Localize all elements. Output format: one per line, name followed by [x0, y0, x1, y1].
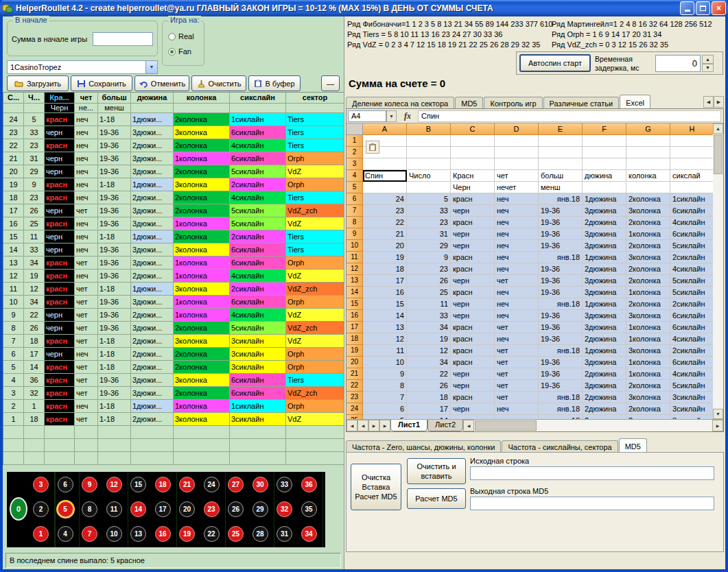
cell-c14[interactable]: красн — [451, 287, 495, 298]
row-header-2[interactable]: 2 — [347, 147, 363, 158]
name-box-dropdown[interactable]: ▼ — [386, 110, 397, 122]
cell-e18[interactable]: 19-36 — [539, 333, 583, 345]
board-number-12[interactable]: 12 — [106, 477, 122, 492]
cell-h23[interactable]: 3сиклайн — [670, 392, 713, 403]
board-number-28[interactable]: 28 — [253, 526, 268, 542]
cell-d11[interactable]: неч — [495, 252, 539, 263]
column-header-c[interactable]: C — [451, 123, 495, 135]
cell-f8[interactable]: 2дюжина — [583, 217, 626, 228]
row-header-23[interactable]: 23 — [347, 392, 363, 403]
delay-spin-up[interactable]: ▲ — [702, 55, 714, 64]
cell-a21[interactable]: 9 — [363, 368, 407, 380]
save-button[interactable]: Сохранить — [71, 75, 132, 91]
column-header-h[interactable]: H — [670, 123, 713, 135]
cell-h10[interactable]: 5сиклайн — [670, 240, 713, 252]
cell-d9[interactable]: неч — [495, 228, 539, 240]
cell-e14[interactable]: 19-36 — [539, 287, 583, 298]
cell-e23[interactable]: янв.18 — [539, 392, 583, 403]
table-row[interactable]: 245красннеч1-181дюжи...2колонка1сиклайнT… — [3, 113, 344, 126]
undo-button[interactable]: Отменить — [134, 75, 189, 91]
cell-g16[interactable]: 3колонка — [626, 310, 670, 322]
table-row[interactable]: 436краснчет19-363дюжи...3колонка6сиклайн… — [3, 374, 344, 387]
board-number-3[interactable]: 3 — [33, 477, 49, 492]
cell-b16[interactable]: 33 — [407, 310, 451, 322]
cell-b12[interactable]: 23 — [407, 263, 451, 275]
row-header-15[interactable]: 15 — [347, 298, 363, 310]
cell-h2[interactable] — [670, 147, 713, 158]
cell-d3[interactable] — [495, 158, 539, 170]
row-header-9[interactable]: 9 — [347, 228, 363, 240]
cell-d24[interactable]: неч — [495, 403, 539, 415]
cell-h19[interactable]: 2сиклайн — [670, 345, 713, 357]
board-number-18[interactable]: 18 — [155, 477, 171, 492]
cell-h21[interactable]: 4сиклайн — [670, 368, 713, 380]
board-number-35[interactable]: 35 — [301, 501, 317, 517]
cell-h16[interactable]: 6сиклайн — [670, 310, 713, 322]
board-number-29[interactable]: 29 — [253, 501, 268, 517]
horizontal-scrollbar[interactable]: ◀ ▶ — [463, 420, 723, 431]
board-number-36[interactable]: 36 — [301, 477, 317, 492]
row-header-6[interactable]: 6 — [347, 193, 363, 205]
cell-f14[interactable]: 3дюжина — [583, 287, 626, 298]
sheet-first-button[interactable]: ◀ — [347, 420, 357, 431]
row-header-1[interactable]: 1 — [347, 135, 363, 147]
cell-h1[interactable] — [670, 135, 713, 147]
cell-c24[interactable]: черн — [451, 403, 495, 415]
board-number-0[interactable]: 0 — [10, 497, 27, 521]
table-row[interactable]: 1112краснчет1-181дюжи...3колонка2сиклайн… — [3, 283, 344, 296]
cell-b23[interactable]: 18 — [407, 392, 451, 403]
board-number-30[interactable]: 30 — [253, 477, 268, 492]
cell-h5[interactable] — [670, 182, 713, 193]
column-header-f[interactable]: F — [583, 123, 626, 135]
cell-c13[interactable]: черн — [451, 275, 495, 287]
cell-f11[interactable]: 1дюжина — [583, 252, 626, 263]
sheet-prev-button[interactable]: ◀ — [357, 420, 368, 431]
md5-source-input[interactable] — [470, 466, 714, 480]
cell-e2[interactable] — [539, 147, 583, 158]
cell-d21[interactable]: чет — [495, 368, 539, 380]
cell-b9[interactable]: 31 — [407, 228, 451, 240]
cell-h24[interactable]: 3сиклайн — [670, 403, 713, 415]
cell-h9[interactable]: 6сиклайн — [670, 228, 713, 240]
cell-e22[interactable]: 19-36 — [539, 380, 583, 392]
cell-f6[interactable]: 1дюжина — [583, 193, 626, 205]
cell-a6[interactable]: 24 — [363, 193, 407, 205]
board-number-1[interactable]: 1 — [33, 526, 49, 542]
cell-c22[interactable]: черн — [451, 380, 495, 392]
cell-g5[interactable] — [626, 182, 670, 193]
md5-output-input[interactable] — [470, 497, 714, 510]
cell-a20[interactable]: 10 — [363, 357, 407, 368]
cell-b21[interactable]: 22 — [407, 368, 451, 380]
cell-e21[interactable]: 19-36 — [539, 368, 583, 380]
cell-e16[interactable]: 19-36 — [539, 310, 583, 322]
md5-clear-paste-calc-button[interactable]: Очистка Вставка Расчет MD5 — [351, 464, 401, 510]
cell-e11[interactable]: янв.18 — [539, 252, 583, 263]
board-number-2[interactable]: 2 — [33, 501, 49, 517]
column-header-d[interactable]: D — [495, 123, 539, 135]
cell-b13[interactable]: 26 — [407, 275, 451, 287]
board-number-27[interactable]: 27 — [228, 477, 244, 492]
cell-a12[interactable]: 18 — [363, 263, 407, 275]
collapse-button[interactable]: — — [321, 75, 340, 91]
cell-d6[interactable]: неч — [495, 193, 539, 205]
casino-select-dropdown[interactable]: ▼ — [145, 61, 157, 73]
sheet-tab-лист1[interactable]: Лист1 — [390, 420, 427, 431]
cell-g12[interactable]: 2колонка — [626, 263, 670, 275]
board-number-34[interactable]: 34 — [301, 526, 317, 542]
cell-b11[interactable]: 9 — [407, 252, 451, 263]
cell-e13[interactable]: 19-36 — [539, 275, 583, 287]
cell-d16[interactable]: неч — [495, 310, 539, 322]
cell-f24[interactable]: 2дюжина — [583, 403, 626, 415]
cell-a18[interactable]: 12 — [363, 333, 407, 345]
cell-f1[interactable] — [583, 135, 626, 147]
cell-g17[interactable]: 1колонка — [626, 322, 670, 333]
row-header-10[interactable]: 10 — [347, 240, 363, 252]
cell-c10[interactable]: черн — [451, 240, 495, 252]
tab-scroll-right[interactable]: ▶ — [714, 96, 724, 108]
cell-a4[interactable]: Спин — [363, 170, 407, 182]
delay-input[interactable]: 0 — [655, 55, 701, 72]
table-row[interactable]: 21красннеч1-181дюжи...1колонка1сиклайнOr… — [3, 400, 344, 413]
board-number-24[interactable]: 24 — [204, 477, 220, 492]
board-number-13[interactable]: 13 — [130, 526, 146, 542]
cell-g8[interactable]: 2колонка — [626, 217, 670, 228]
